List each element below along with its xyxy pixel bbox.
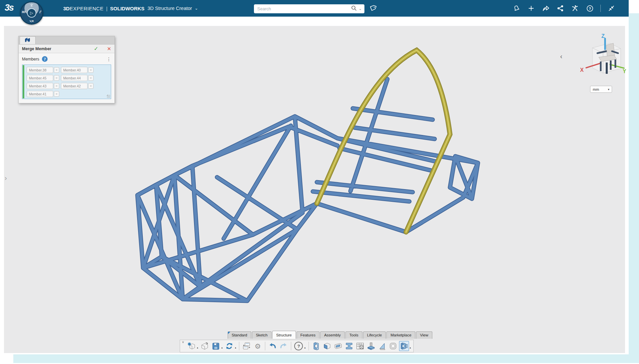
ribbon-tab-bar: Standard Sketch Structure Features Assem…: [228, 331, 433, 339]
search-icon[interactable]: [351, 5, 357, 12]
app-switcher-chevron-down-icon[interactable]: ⌄: [195, 6, 198, 11]
brand-divider: |: [106, 6, 107, 11]
members-label: Members: [22, 57, 39, 61]
flyout-caret-icon[interactable]: ▴: [235, 346, 236, 349]
sync-refresh-button[interactable]: [224, 341, 234, 351]
share-arrow-icon[interactable]: [542, 4, 550, 12]
member-chip[interactable]: Member.45✕: [27, 75, 59, 81]
units-dropdown[interactable]: mm ▾: [590, 86, 612, 93]
help-button[interactable]: ?: [294, 341, 304, 351]
cancel-x-icon[interactable]: ✕: [107, 46, 111, 52]
page-border-bottom: [13, 354, 639, 363]
brand-product: SOLIDWORKS: [110, 6, 144, 11]
undo-button[interactable]: [268, 341, 278, 351]
tab-features[interactable]: Features: [297, 331, 320, 339]
search-input[interactable]: [257, 6, 350, 12]
confirm-check-icon[interactable]: ✓: [94, 46, 98, 52]
member-chip[interactable]: Member.44✕: [61, 75, 94, 81]
cross-section-button[interactable]: [344, 341, 354, 351]
trim-extend-button[interactable]: [333, 341, 343, 351]
dialog-tab-merge-member[interactable]: [20, 36, 36, 44]
tab-sketch[interactable]: Sketch: [252, 331, 272, 339]
toolbar-collapse-chevron-icon[interactable]: ˅: [182, 340, 184, 344]
end-cap-button[interactable]: [388, 341, 398, 351]
collapse-header-icon[interactable]: [607, 4, 615, 12]
member-chip[interactable]: Member.40✕: [61, 67, 94, 73]
tab-view[interactable]: View: [416, 331, 432, 339]
member-chip[interactable]: Member.38✕: [27, 67, 59, 73]
remove-chip-icon[interactable]: ✕: [88, 83, 94, 89]
list-resize-handle[interactable]: [107, 95, 110, 98]
3d-viewport[interactable]: › Merge Member ✓ ✕ Members 7 ⋮ Mem: [4, 26, 625, 353]
kebab-menu-icon[interactable]: ⋮: [106, 58, 111, 61]
member-chip[interactable]: Member.42✕: [61, 83, 94, 89]
open-model-button[interactable]: [200, 341, 210, 351]
collaboration-share-nodes-icon[interactable]: [556, 4, 564, 12]
gusset-button[interactable]: [377, 341, 387, 351]
triad-collapse-chevron-icon[interactable]: ‹: [560, 53, 562, 60]
remove-chip-icon[interactable]: ✕: [88, 67, 94, 73]
tab-label: Sketch: [256, 333, 268, 337]
save-button[interactable]: [211, 341, 221, 351]
member-chip[interactable]: Member.41✕: [27, 91, 59, 97]
tab-standard[interactable]: Standard: [228, 331, 251, 339]
compass-play-icon[interactable]: ▷: [27, 8, 36, 18]
member-chip[interactable]: Member.43✕: [27, 83, 59, 89]
new-model-button[interactable]: [186, 341, 196, 351]
members-selection-list[interactable]: Member.38✕ Member.40✕ Member.45✕ Member.…: [22, 64, 111, 99]
toolbar-divider: [265, 342, 265, 350]
3dexperience-compass[interactable]: 3D i' V,R ▷: [20, 1, 43, 25]
axis-z-label: Z: [601, 33, 605, 39]
tag-icon[interactable]: [369, 4, 377, 14]
tab-structure[interactable]: Structure: [272, 331, 296, 339]
member-chip-label: Member.43: [27, 83, 53, 89]
flyout-caret-icon[interactable]: ▴: [197, 346, 198, 349]
selection-active-bar: [23, 65, 24, 98]
member-chip-label: Member.40: [61, 67, 88, 73]
flyout-caret-icon[interactable]: ▴: [304, 346, 306, 349]
flyout-caret-icon[interactable]: ▴: [410, 346, 411, 349]
remove-chip-icon[interactable]: ✕: [54, 67, 59, 73]
corner-trim-button[interactable]: [322, 341, 332, 351]
member-chip-label: Member.45: [27, 75, 53, 81]
remove-chip-icon[interactable]: ✕: [88, 75, 94, 81]
topbar-actions: ?: [513, 0, 615, 17]
redo-button[interactable]: [279, 341, 289, 351]
app-title: 3DEXPERIENCE|SOLIDWORKS3D Structure Crea…: [63, 0, 198, 17]
member-chip-label: Member.41: [27, 91, 53, 97]
tab-tools[interactable]: Tools: [345, 331, 362, 339]
search-options-chevron-icon[interactable]: ⌄: [359, 7, 362, 11]
tab-marketplace[interactable]: Marketplace: [386, 331, 415, 339]
import-export-button[interactable]: [242, 341, 252, 351]
toolbar-divider: [291, 342, 291, 350]
remove-chip-icon[interactable]: ✕: [54, 91, 59, 97]
search-box: ⌄: [254, 4, 364, 13]
remove-chip-icon[interactable]: ✕: [54, 83, 59, 89]
tab-assembly[interactable]: Assembly: [320, 331, 345, 339]
tab-label: Features: [301, 333, 316, 337]
merge-member-button[interactable]: [399, 341, 409, 351]
compass-i-label: i': [40, 10, 41, 14]
help-icon[interactable]: ?: [586, 4, 594, 12]
tab-corner-accent: [228, 332, 230, 334]
tab-lifecycle[interactable]: Lifecycle: [363, 331, 386, 339]
notifications-bell-icon[interactable]: [513, 4, 521, 12]
dassault-3ds-logo[interactable]: 3s: [5, 3, 13, 13]
brand-experience: EXPERIENCE: [70, 6, 104, 11]
flyout-caret-icon[interactable]: ▴: [221, 346, 223, 349]
tab-label: Tools: [349, 333, 358, 337]
add-content-plus-icon[interactable]: [527, 4, 535, 12]
units-caret-icon: ▾: [608, 88, 609, 91]
user-assistance-person-icon[interactable]: [571, 4, 579, 12]
base-plate-button[interactable]: [366, 341, 376, 351]
tab-label: Lifecycle: [367, 333, 382, 337]
member-tool-button[interactable]: [311, 341, 321, 351]
settings-gear-icon[interactable]: ⚙: [253, 341, 263, 351]
members-row: Members 7 ⋮: [22, 56, 111, 62]
compass-vr-label: V,R: [30, 20, 34, 23]
remove-chip-icon[interactable]: ✕: [54, 75, 59, 81]
structure-table-button[interactable]: [355, 341, 365, 351]
left-panel-expander-chevron-icon[interactable]: ›: [5, 174, 7, 182]
merge-member-dialog: Merge Member ✓ ✕ Members 7 ⋮ Member.38✕ …: [18, 36, 115, 103]
orientation-triad[interactable]: Z X Y: [577, 34, 631, 80]
